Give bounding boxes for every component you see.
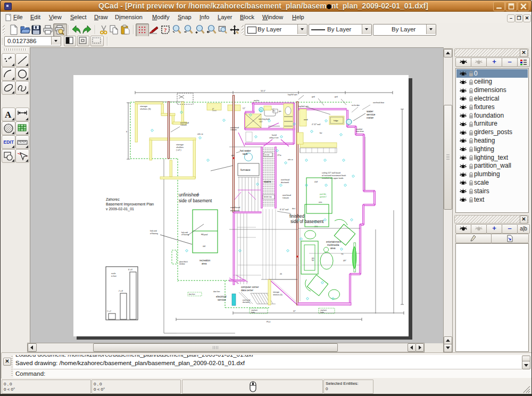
svg-text:utility cl set: utility cl set: [269, 137, 279, 139]
svg-text:Zahorec: Zahorec: [106, 197, 120, 201]
svg-text:data center: data center: [241, 289, 253, 292]
svg-text:side of basement: side of basement: [290, 219, 324, 224]
svg-text:gas: gas: [231, 154, 235, 156]
svg-text:storage: storage: [273, 291, 279, 293]
svg-text:grid: grid: [312, 96, 315, 98]
svg-text:2′ x 8′: 2′ x 8′: [119, 290, 123, 292]
svg-text:helo wtd: helo wtd: [150, 230, 157, 232]
svg-text:A: A: [5, 110, 12, 120]
svg-text:4′x8′: 4′x8′: [314, 181, 318, 183]
svg-text:?: ?: [164, 27, 167, 33]
svg-text:50′-0″: 50′-0″: [261, 90, 266, 92]
svg-text:kay/full spts: kay/full spts: [288, 94, 297, 96]
svg-text:attic ac: attic ac: [288, 159, 294, 161]
svg-text:computer corner: computer corner: [241, 286, 259, 288]
svg-text:service: service: [218, 298, 226, 301]
svg-text:area: area: [319, 201, 322, 203]
svg-text:4x8: 4x8: [203, 245, 205, 248]
svg-text:door liner: door liner: [189, 293, 195, 295]
svg-text:overhead draw: overhead draw: [373, 102, 385, 104]
svg-text:wood: wood: [304, 119, 308, 121]
svg-text:tank: tank: [243, 152, 248, 155]
svg-text:ceiling 1/2″ wall board: ceiling 1/2″ wall board: [322, 172, 340, 174]
svg-text:frame: frame: [320, 311, 325, 314]
svg-text:P5.0: P5.0: [267, 321, 270, 323]
svg-text:4′6: 4′6: [280, 273, 282, 275]
svg-text:recreation: recreation: [200, 259, 211, 262]
svg-text:bottom step: bottom step: [264, 196, 272, 198]
svg-text:1′ x 1′: 1′ x 1′: [107, 310, 112, 312]
svg-text:EDIT: EDIT: [4, 139, 14, 145]
svg-text:I-beam: I-beam: [282, 197, 289, 199]
svg-text:scale: scale: [111, 273, 115, 275]
svg-text:attic: attic: [196, 194, 200, 196]
svg-text:4′ 1/2″ wall: 4′ 1/2″ wall: [312, 123, 320, 126]
svg-text:pool tbls: pool tbls: [320, 193, 326, 195]
svg-text:in feet: in feet: [111, 275, 117, 277]
svg-text:w/ textured investment finish: w/ textured investment finish: [322, 175, 346, 177]
svg-text:laund: laund: [272, 134, 277, 136]
svg-text:2′9″w: 2′9″w: [277, 154, 281, 156]
svg-text:meter: meter: [367, 116, 374, 119]
svg-text:stairs: stairs: [264, 180, 271, 183]
svg-text:5′2″: 5′2″: [243, 108, 245, 110]
svg-text:shelves (5): shelves (5): [273, 294, 282, 296]
svg-text:Basement Improvement Plan: Basement Improvement Plan: [106, 202, 154, 207]
svg-text:no fur dwn: no fur dwn: [352, 104, 360, 106]
svg-text:8′ x 8′: 8′ x 8′: [128, 269, 133, 271]
svg-text:ductwork: ductwork: [230, 209, 240, 212]
svg-text:8′ 1/2″ wall: 8′ 1/2″ wall: [280, 209, 288, 211]
svg-text:area: area: [330, 247, 336, 250]
svg-text:finished: finished: [289, 214, 305, 219]
svg-text:entertainment: entertainment: [326, 241, 342, 243]
svg-text:9: 9: [126, 131, 127, 133]
svg-text:49″: 49″: [343, 259, 346, 262]
svg-text:I-beam: I-beam: [230, 129, 237, 131]
svg-text:multimedia: multimedia: [327, 244, 339, 246]
svg-text:duct: duct: [292, 208, 295, 210]
svg-text:PO: PO: [273, 110, 276, 112]
svg-text:frame: frame: [251, 311, 255, 314]
svg-text:FB pool: FB pool: [201, 234, 208, 236]
svg-text:( x2 ): ( x2 ): [176, 148, 181, 151]
svg-text:door liner: door liner: [213, 291, 220, 293]
svg-text:of flooring: of flooring: [150, 233, 158, 235]
svg-text:window: window: [179, 263, 185, 265]
svg-text:overhead: overhead: [281, 179, 289, 181]
svg-text:37′: 37′: [293, 310, 296, 312]
svg-text:fridge: fridge: [334, 120, 338, 122]
svg-text:overhead: overhead: [282, 194, 291, 196]
svg-text:to stor: to stor: [265, 154, 269, 156]
svg-text:gained 2′: gained 2′: [320, 196, 327, 198]
svg-text:shelves (5): shelves (5): [140, 108, 151, 110]
svg-text:7′X: 7′X: [341, 253, 344, 255]
svg-text:hose drain: hose drain: [356, 130, 364, 133]
svg-text:I-beam: I-beam: [180, 124, 187, 126]
svg-text:area: area: [202, 262, 207, 265]
svg-text:frpl: frpl: [312, 259, 314, 261]
svg-text:grid: grid: [335, 96, 338, 98]
svg-text:of flooring: of flooring: [181, 234, 189, 236]
svg-text:bar: bar: [320, 132, 323, 134]
svg-text:gas: gas: [279, 110, 281, 112]
svg-text:washer: washer: [254, 100, 260, 102]
svg-text:side of basement: side of basement: [179, 199, 212, 203]
svg-text:attic ac: attic ac: [197, 133, 203, 135]
svg-text:v 2009-02-01_01: v 2009-02-01_01: [106, 207, 134, 211]
svg-text:furnace: furnace: [240, 168, 251, 171]
svg-text:6′5″: 6′5″: [260, 121, 263, 123]
svg-text:stitching bath: stitching bath: [259, 118, 270, 120]
svg-text:ductwork: ductwork: [281, 182, 289, 184]
